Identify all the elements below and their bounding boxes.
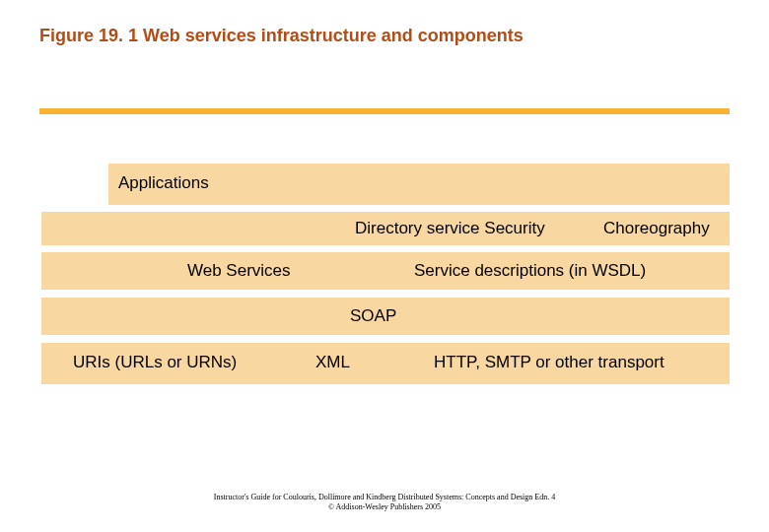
label-directory-security: Directory service Security [355, 219, 545, 238]
label-applications: Applications [118, 173, 209, 193]
figure-title: Figure 19. 1 Web services infrastructure… [39, 26, 524, 46]
title-underline [39, 108, 730, 114]
label-choreography: Choreography [603, 219, 710, 238]
footer-line-2: © Addison-Wesley Publishers 2005 [0, 502, 769, 512]
label-web-services: Web Services [187, 261, 291, 281]
label-soap: SOAP [350, 306, 396, 326]
label-http: HTTP, SMTP or other transport [434, 353, 664, 372]
label-uris: URIs (URLs or URNs) [73, 353, 237, 372]
footer-line-1: Instructor's Guide for Coulouris, Dollim… [0, 493, 769, 502]
label-service-descriptions: Service descriptions (in WSDL) [414, 261, 646, 281]
label-xml: XML [315, 353, 350, 372]
slide: Figure 19. 1 Web services infrastructure… [0, 0, 769, 532]
footer: Instructor's Guide for Coulouris, Dollim… [0, 493, 769, 511]
